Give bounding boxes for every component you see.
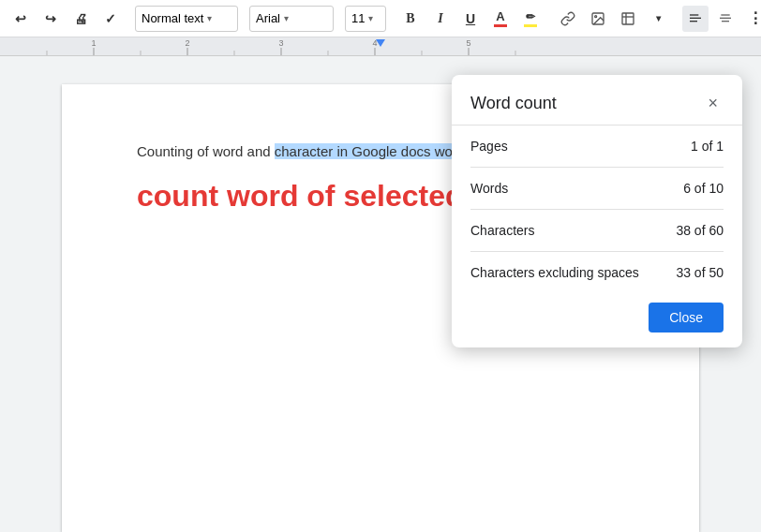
chart-button[interactable] <box>615 6 641 32</box>
stat-value-chars-no-spaces: 33 of 50 <box>676 265 724 280</box>
more-icon: ⋮ <box>748 9 762 27</box>
svg-text:1: 1 <box>91 38 96 48</box>
ruler-indicator <box>376 39 385 47</box>
svg-rect-9 <box>722 21 729 22</box>
font-dropdown-arrow: ▾ <box>284 13 289 23</box>
image-button[interactable] <box>585 6 611 32</box>
link-icon <box>560 11 575 26</box>
doc-area: Counting of word and character in Google… <box>0 56 761 532</box>
underline-button[interactable]: U <box>457 6 484 32</box>
svg-rect-7 <box>721 14 729 15</box>
chart-dropdown-arrow: ▾ <box>656 13 661 23</box>
spellcheck-button[interactable]: ✓ <box>97 6 124 32</box>
svg-rect-8 <box>720 17 731 18</box>
stat-value-pages: 1 of 1 <box>691 139 724 154</box>
ruler: 1 2 3 4 5 <box>0 37 761 56</box>
font-size-dropdown[interactable]: 11 ▾ <box>345 6 386 32</box>
image-icon <box>590 11 605 26</box>
svg-text:5: 5 <box>466 38 470 48</box>
size-dropdown-arrow: ▾ <box>368 13 373 23</box>
stat-value-characters: 38 of 60 <box>676 223 724 238</box>
chart-icon <box>620 11 635 26</box>
align-left-button[interactable] <box>682 6 709 32</box>
svg-text:2: 2 <box>185 38 189 48</box>
svg-point-1 <box>595 15 597 17</box>
stat-value-words: 6 of 10 <box>683 181 724 196</box>
stat-row-characters: Characters 38 of 60 <box>470 210 724 252</box>
align-left-icon <box>688 11 703 26</box>
style-dropdown-arrow: ▾ <box>207 13 212 23</box>
stat-label-chars-no-spaces: Characters excluding spaces <box>470 265 639 280</box>
align-center-icon <box>718 11 733 26</box>
font-label: Arial <box>256 11 280 25</box>
font-color-bar <box>494 24 507 27</box>
italic-button[interactable]: I <box>427 6 454 32</box>
highlight-button[interactable]: ✏ <box>517 6 544 32</box>
dialog-body: Pages 1 of 1 Words 6 of 10 Characters 38… <box>452 126 742 293</box>
dialog-footer: Close <box>452 293 742 347</box>
svg-rect-4 <box>690 14 698 15</box>
stat-row-chars-no-spaces: Characters excluding spaces 33 of 50 <box>470 252 724 293</box>
text-before: Counting of word and <box>137 143 275 159</box>
style-label: Normal text <box>142 11 203 25</box>
dialog-close-btn[interactable]: Close <box>649 303 724 332</box>
svg-rect-6 <box>690 21 697 22</box>
highlight-icon: ✏ <box>526 10 535 23</box>
font-color-button[interactable]: A <box>487 6 514 32</box>
highlight-bar <box>524 24 537 27</box>
stat-row-pages: Pages 1 of 1 <box>470 126 724 168</box>
redo-button[interactable]: ↪ <box>37 6 64 32</box>
font-size-label: 11 <box>351 11 365 25</box>
link-button[interactable] <box>555 6 581 32</box>
chart-dropdown-button[interactable]: ▾ <box>645 6 671 32</box>
word-count-dialog: Word count × Pages 1 of 1 Words 6 of 10 … <box>452 75 742 347</box>
more-button[interactable]: ⋮ <box>742 6 761 32</box>
svg-rect-5 <box>690 17 701 18</box>
bold-button[interactable]: B <box>397 6 424 32</box>
svg-text:3: 3 <box>278 38 283 48</box>
style-dropdown[interactable]: Normal text ▾ <box>135 6 238 32</box>
svg-rect-2 <box>622 13 634 24</box>
dialog-header: Word count × <box>452 75 742 126</box>
stat-row-words: Words 6 of 10 <box>470 168 724 210</box>
dialog-title: Word count <box>470 94 557 113</box>
font-dropdown[interactable]: Arial ▾ <box>249 6 334 32</box>
stat-label-words: Words <box>470 181 508 196</box>
print-button[interactable]: 🖨 <box>67 6 94 32</box>
align-center-button[interactable] <box>712 6 739 32</box>
stat-label-pages: Pages <box>470 139 508 154</box>
stat-label-characters: Characters <box>470 223 534 238</box>
undo-button[interactable]: ↩ <box>7 6 34 32</box>
dialog-close-button[interactable]: × <box>702 92 724 115</box>
toolbar: ↩ ↪ 🖨 ✓ Normal text ▾ Arial ▾ 11 ▾ B I U… <box>0 0 761 37</box>
font-color-icon: A <box>496 9 504 23</box>
